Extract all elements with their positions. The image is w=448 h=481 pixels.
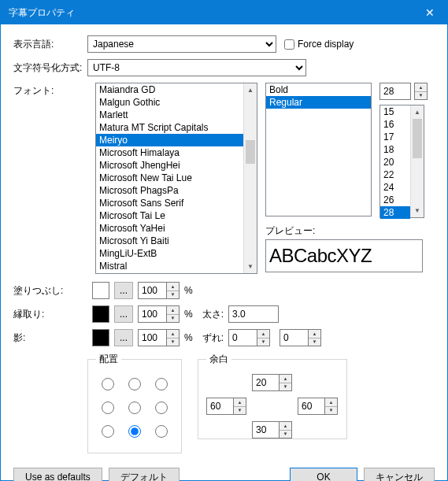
font-item[interactable]: Maiandra GD — [96, 83, 243, 96]
margin-top-spinner[interactable]: ▲▼ — [279, 374, 292, 391]
margin-legend: 余白 — [206, 353, 231, 366]
margin-bottom-input[interactable] — [252, 421, 279, 438]
font-item[interactable]: Malgun Gothic — [96, 96, 243, 109]
fill-color-button[interactable]: ... — [114, 282, 133, 299]
fill-opacity-spinner[interactable]: ▲▼ — [166, 282, 180, 299]
align-top-left[interactable] — [102, 378, 114, 390]
outline-color-swatch[interactable] — [92, 305, 109, 323]
font-item[interactable]: Microsoft Tai Le — [96, 209, 243, 222]
style-listbox[interactable]: BoldRegular — [265, 83, 372, 216]
size-item[interactable]: 24 — [380, 181, 410, 194]
percent-label: % — [184, 285, 193, 296]
size-input[interactable] — [380, 83, 411, 100]
shadow-offset-x-spinner[interactable]: ▲▼ — [257, 329, 270, 346]
font-item[interactable]: Marlett — [96, 109, 243, 121]
dialog-window: 字幕プロパティ ✕ 表示言語: Japanese Force display 文… — [0, 0, 448, 481]
margin-group: 余白 ▲▼ ▲▼ ▲▼ ▲▼ — [198, 353, 347, 439]
margin-bottom-spinner[interactable]: ▲▼ — [279, 421, 292, 438]
margin-right-input[interactable] — [298, 398, 324, 415]
font-item[interactable]: Microsoft New Tai Lue — [96, 172, 243, 184]
shadow-offset-y-input[interactable] — [280, 329, 308, 346]
scroll-down-icon[interactable]: ▼ — [411, 204, 424, 217]
size-item[interactable]: 18 — [380, 143, 410, 156]
title-bar: 字幕プロパティ ✕ — [1, 1, 447, 24]
outline-weight-input[interactable] — [228, 305, 279, 323]
font-item[interactable]: Microsoft PhagsPa — [96, 184, 243, 197]
font-item[interactable]: Microsoft Sans Serif — [96, 197, 243, 209]
shadow-opacity-input[interactable] — [138, 329, 166, 346]
fill-color-swatch[interactable] — [92, 282, 109, 299]
use-defaults-button[interactable]: Use as defaults — [13, 468, 102, 481]
ok-button[interactable]: OK — [290, 468, 357, 481]
align-bottom-right[interactable] — [155, 425, 168, 438]
encoding-label: 文字符号化方式: — [13, 61, 87, 75]
size-item[interactable]: 16 — [380, 118, 410, 131]
size-item[interactable]: 22 — [380, 168, 410, 181]
align-middle-left[interactable] — [102, 401, 114, 414]
shadow-opacity-spinner[interactable]: ▲▼ — [166, 329, 180, 346]
align-top-right[interactable] — [155, 378, 168, 390]
scroll-up-icon[interactable]: ▲ — [244, 83, 257, 97]
font-item[interactable]: Microsoft JhengHei — [96, 159, 243, 172]
outline-label: 縁取り: — [13, 308, 87, 321]
shadow-offset-y-spinner[interactable]: ▲▼ — [308, 329, 321, 346]
size-spinner[interactable]: ▲▼ — [414, 83, 428, 100]
font-item[interactable]: Meiryo — [96, 134, 243, 146]
cancel-button[interactable]: キャンセル — [364, 468, 435, 481]
force-display-label: Force display — [298, 39, 354, 50]
spin-up-icon[interactable]: ▲ — [415, 83, 427, 92]
size-item[interactable]: 28 — [380, 206, 410, 219]
size-item[interactable]: 15 — [380, 105, 410, 118]
align-bottom-left[interactable] — [102, 425, 114, 438]
size-item[interactable]: 26 — [380, 194, 410, 206]
shadow-offset-x-input[interactable] — [228, 329, 257, 346]
style-item[interactable]: Bold — [266, 83, 371, 96]
font-item[interactable]: MingLiU-ExtB — [96, 247, 243, 260]
scrollbar[interactable]: ▲ ▼ — [410, 105, 424, 217]
font-listbox[interactable]: Maiandra GDMalgun GothicMarlettMatura MT… — [95, 83, 257, 274]
font-item[interactable]: Microsoft Yi Baiti — [96, 235, 243, 247]
margin-right-spinner[interactable]: ▲▼ — [324, 398, 338, 415]
margin-left-input[interactable] — [206, 398, 233, 415]
font-item[interactable]: Microsoft YaHei — [96, 222, 243, 235]
default-button[interactable]: デフォルト — [109, 468, 180, 481]
close-icon[interactable]: ✕ — [412, 1, 447, 24]
font-preview: ABCabcXYZ — [265, 239, 423, 272]
outline-opacity-spinner[interactable]: ▲▼ — [166, 305, 180, 323]
size-item[interactable]: 17 — [380, 131, 410, 143]
align-top-center[interactable] — [128, 378, 141, 390]
percent-label: % — [184, 332, 193, 343]
fill-label: 塗りつぶし: — [13, 284, 87, 298]
dialog-footer: Use as defaults デフォルト OK キャンセル — [1, 461, 447, 481]
dialog-content: 表示言語: Japanese Force display 文字符号化方式: UT… — [1, 24, 447, 461]
scrollbar[interactable]: ▲ ▼ — [243, 83, 257, 273]
align-middle-center[interactable] — [128, 401, 141, 414]
font-item[interactable]: Mistral — [96, 260, 243, 272]
align-middle-right[interactable] — [155, 401, 168, 414]
scroll-up-icon[interactable]: ▲ — [411, 105, 424, 119]
language-combo[interactable]: Japanese — [87, 35, 276, 53]
font-item[interactable]: Microsoft Himalaya — [96, 146, 243, 159]
fill-opacity-input[interactable] — [138, 282, 166, 299]
encoding-combo[interactable]: UTF-8 — [87, 59, 306, 76]
margin-left-spinner[interactable]: ▲▼ — [233, 398, 246, 415]
style-item[interactable]: Regular — [266, 96, 371, 109]
preview-label: プレビュー: — [265, 224, 428, 238]
font-label: フォント: — [13, 83, 87, 274]
margin-top-input[interactable] — [252, 374, 279, 391]
force-display-checkbox[interactable] — [284, 39, 294, 50]
size-listbox[interactable]: 151617182022242628 ▲ ▼ — [380, 105, 424, 218]
alignment-legend: 配置 — [96, 353, 121, 366]
outline-opacity-input[interactable] — [138, 305, 166, 323]
shadow-color-swatch[interactable] — [92, 329, 109, 346]
font-item[interactable]: Matura MT Script Capitals — [96, 121, 243, 134]
align-bottom-center[interactable] — [128, 425, 141, 438]
spin-down-icon[interactable]: ▼ — [415, 92, 427, 100]
alignment-grid — [96, 371, 173, 445]
outline-color-button[interactable]: ... — [114, 305, 133, 323]
scroll-down-icon[interactable]: ▼ — [244, 260, 257, 273]
window-title: 字幕プロパティ — [9, 6, 412, 20]
font-item[interactable]: Modern No. 20 — [96, 272, 243, 273]
shadow-color-button[interactable]: ... — [114, 329, 133, 346]
size-item[interactable]: 20 — [380, 156, 410, 168]
